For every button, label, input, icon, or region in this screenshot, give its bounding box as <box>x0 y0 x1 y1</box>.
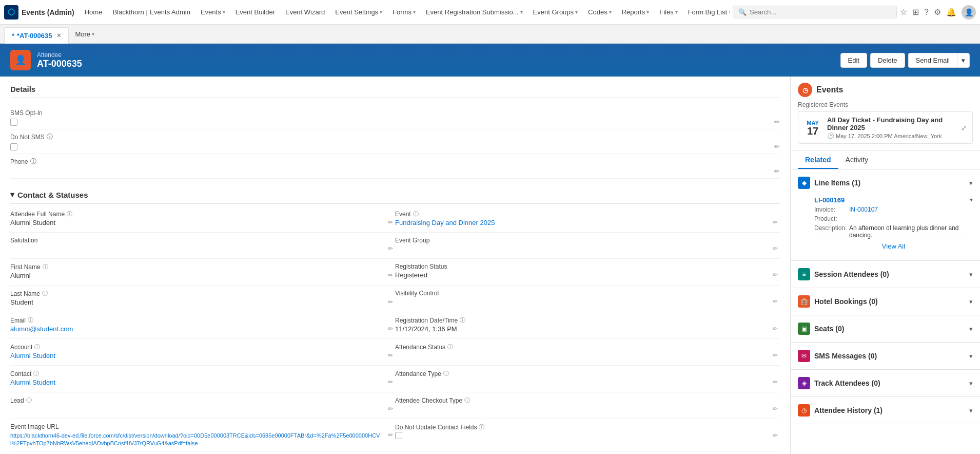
track-attendees-chevron[interactable]: ▾ <box>969 380 973 387</box>
event-action-icon[interactable]: ⤢ <box>961 124 967 132</box>
field-attendee-full-name-edit[interactable]: ✏ <box>388 219 393 226</box>
tab-at-000635[interactable]: **AT-000635 ✕ <box>4 27 69 44</box>
nav-event-settings[interactable]: Event Settings ▾ <box>330 0 387 25</box>
email-link[interactable]: alumni@student.com <box>10 325 73 333</box>
favorites-icon[interactable]: ☆ <box>900 7 907 17</box>
events-icon-glyph: ◷ <box>802 86 808 94</box>
nav-blackthorn[interactable]: Blackthorn | Events Admin <box>107 0 195 25</box>
related-seats-header[interactable]: ▣ Seats (0) ▾ <box>791 317 980 340</box>
seats-chevron[interactable]: ▾ <box>969 325 973 333</box>
delete-button[interactable]: Delete <box>870 53 905 68</box>
notifications-icon[interactable]: 🔔 <box>946 7 956 17</box>
edit-button[interactable]: Edit <box>840 53 867 68</box>
session-attendees-chevron[interactable]: ▾ <box>969 271 973 278</box>
help-icon[interactable]: ? <box>924 8 929 17</box>
related-line-items-header[interactable]: ◆ Line Items (1) ▾ <box>791 172 980 194</box>
related-hotel-bookings-header[interactable]: 🏨 Hotel Bookings (0) ▾ <box>791 290 980 313</box>
nav-more[interactable]: More ▾ <box>70 25 100 43</box>
field-event-image-url-edit[interactable]: ✏ <box>388 431 393 439</box>
close-tab-icon[interactable]: ✕ <box>56 32 61 39</box>
phone-label: Phone ⓘ <box>10 157 780 166</box>
related-session-attendees-header[interactable]: ≡ Session Attendees (0) ▾ <box>791 263 980 286</box>
field-email-edit[interactable]: ✏ <box>388 325 393 332</box>
sms-optin-label: SMS Opt-In <box>10 109 780 117</box>
contact-statuses-header[interactable]: ▾ Contact & Statuses <box>10 185 780 204</box>
related-attendee-history-header[interactable]: ◷ Attendee History (1) ▾ <box>791 399 980 422</box>
field-attendance-type-edit[interactable]: ✏ <box>773 379 778 386</box>
field-event-group-edit[interactable]: ✏ <box>773 245 778 252</box>
sms-messages-chevron[interactable]: ▾ <box>969 352 973 360</box>
field-attendee-full-name: Attendee Full Name ⓘ Alumni Student ✏ <box>10 206 395 233</box>
sidebar-tab-related[interactable]: Related <box>798 150 838 169</box>
sms-optin-edit-icon[interactable]: ✏ <box>774 118 780 126</box>
field-event-image-url-label: Event Image URL <box>10 423 395 430</box>
field-account-edit[interactable]: ✏ <box>388 352 393 359</box>
description-value: An afternoon of learning plus dinner and… <box>849 224 973 239</box>
field-lead-edit[interactable]: ✏ <box>388 405 393 412</box>
related-sms-messages-header[interactable]: ✉ SMS Messages (0) ▾ <box>791 345 980 367</box>
field-email-value: alumni@student.com ✏ <box>10 325 395 334</box>
related-track-attendees-header[interactable]: ◈ Track Attendees (0) ▾ <box>791 372 980 394</box>
nav-files[interactable]: Files ▾ <box>654 0 682 25</box>
field-registration-datetime-edit[interactable]: ✏ <box>773 325 778 332</box>
nav-events[interactable]: Events ▾ <box>195 0 230 25</box>
field-event: Event ⓘ Fundraising Day and Dinner 2025 … <box>395 206 780 233</box>
phone-info-icon: ⓘ <box>30 157 36 166</box>
attendee-history-icon: ◷ <box>798 404 810 417</box>
nav-home[interactable]: Home <box>80 0 108 25</box>
event-image-url-link[interactable]: https://blackthorn46-dev-ed.file.force.c… <box>10 432 380 446</box>
hotel-bookings-chevron[interactable]: ▾ <box>969 298 973 306</box>
attendance-type-info-icon: ⓘ <box>443 370 449 377</box>
contact-link[interactable]: Alumni Student <box>10 379 55 386</box>
field-registration-status-edit[interactable]: ✏ <box>773 271 778 278</box>
nav-event-wizard[interactable]: Event Wizard <box>280 0 330 25</box>
avatar[interactable]: 👤 <box>962 5 976 20</box>
view-all-link[interactable]: View All <box>814 239 973 253</box>
event-date: May 17 <box>803 120 822 136</box>
nav-reports[interactable]: Reports ▾ <box>617 0 655 25</box>
nav-form-big-list[interactable]: Form Big List Groups ▾ <box>683 0 730 25</box>
waffle-icon[interactable]: ⊞ <box>912 7 919 17</box>
field-first-name-edit[interactable]: ✏ <box>388 272 393 279</box>
details-section-header[interactable]: Details <box>10 85 780 98</box>
li-expand-icon[interactable]: ▾ <box>970 196 973 203</box>
send-email-split-button: Send Email ▾ <box>908 53 970 68</box>
sidebar-tab-activity[interactable]: Activity <box>838 150 875 169</box>
field-salutation-edit[interactable]: ✏ <box>388 245 393 252</box>
setup-icon[interactable]: ⚙ <box>934 7 941 17</box>
nav-event-groups[interactable]: Event Groups ▾ <box>528 0 583 25</box>
field-do-not-update-contact-edit[interactable]: ✏ <box>773 432 778 439</box>
field-event-group-value: ✏ <box>395 245 780 254</box>
nav-event-builder[interactable]: Event Builder <box>230 0 280 25</box>
li-link[interactable]: LI-000169 <box>814 196 845 204</box>
last-name-info-icon: ⓘ <box>42 290 48 297</box>
field-visibility-control-edit[interactable]: ✏ <box>773 298 778 305</box>
field-event-edit[interactable]: ✏ <box>773 219 778 226</box>
send-email-button[interactable]: Send Email <box>908 53 957 68</box>
invoice-link[interactable]: IN-000107 <box>849 206 878 213</box>
sidebar-events-title: ◷ Events <box>798 83 973 97</box>
related-attendee-history-left: ◷ Attendee History (1) <box>798 404 883 417</box>
attendee-history-chevron[interactable]: ▾ <box>969 407 973 414</box>
search-input[interactable] <box>750 8 891 16</box>
nav-codes[interactable]: Codes ▾ <box>583 0 617 25</box>
nav-forms[interactable]: Forms ▾ <box>387 0 421 25</box>
do-not-sms-checkbox[interactable] <box>10 143 17 150</box>
sms-optin-checkbox[interactable] <box>10 119 17 126</box>
phone-edit-icon[interactable]: ✏ <box>774 167 780 175</box>
do-not-update-contact-checkbox[interactable] <box>395 432 402 439</box>
event-link[interactable]: Fundraising Day and Dinner 2025 <box>395 219 495 226</box>
field-attendee-checkout-type-edit[interactable]: ✏ <box>773 405 778 412</box>
line-items-chevron[interactable]: ▾ <box>969 179 973 187</box>
nav-event-reg[interactable]: Event Registration Submissio... ▾ <box>421 0 528 25</box>
tab-bar: **AT-000635 ✕ More ▾ <box>0 25 980 44</box>
account-link[interactable]: Alumni Student <box>10 352 55 360</box>
do-not-sms-edit-icon[interactable]: ✏ <box>774 143 780 150</box>
send-email-dropdown-arrow[interactable]: ▾ <box>957 53 970 68</box>
field-contact-edit[interactable]: ✏ <box>388 379 393 386</box>
field-event-value: Fundraising Day and Dinner 2025 ✏ <box>395 219 780 228</box>
related-seats-left: ▣ Seats (0) <box>798 323 844 335</box>
field-attendance-status-edit[interactable]: ✏ <box>773 352 778 359</box>
event-info: All Day Ticket - Fundraising Day and Din… <box>827 116 956 139</box>
field-last-name-edit[interactable]: ✏ <box>388 298 393 306</box>
